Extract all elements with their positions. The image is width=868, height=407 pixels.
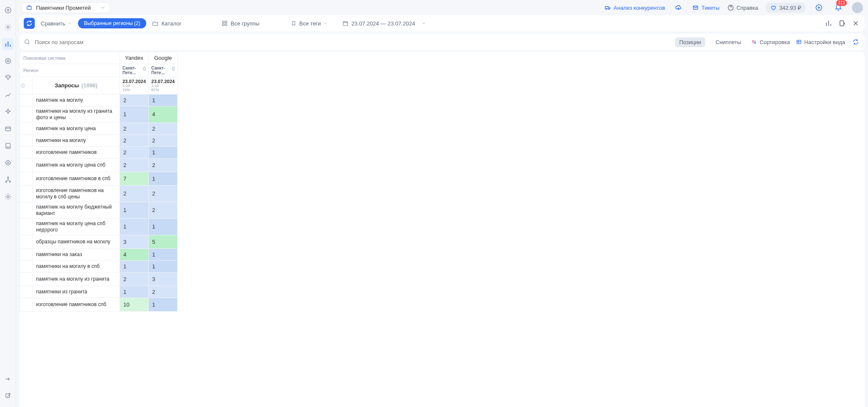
th-target[interactable] bbox=[20, 77, 33, 95]
sidebar-spark[interactable] bbox=[2, 106, 14, 118]
th-region-google: Санкт-Пете... bbox=[149, 64, 178, 77]
sidebar bbox=[0, 0, 16, 407]
sidebar-radar[interactable] bbox=[2, 21, 14, 33]
search-input[interactable] bbox=[35, 39, 671, 45]
table-row[interactable]: памятник на могилу бюджетный вариант12 bbox=[20, 202, 178, 218]
sidebar-book[interactable] bbox=[2, 140, 14, 152]
row-target bbox=[20, 202, 33, 218]
table-row[interactable]: изготовление памятников спб101 bbox=[20, 298, 178, 311]
sidebar-aim[interactable] bbox=[2, 157, 14, 169]
view-label: Настройки вида bbox=[804, 39, 845, 45]
table-icon bbox=[796, 39, 802, 45]
toolbar-chart-icon[interactable] bbox=[824, 19, 833, 28]
table-row[interactable]: памятники на могилу в спб11 bbox=[20, 260, 178, 272]
table-row[interactable]: памятники на заказ41 bbox=[20, 248, 178, 260]
sort-button[interactable]: Сортировка bbox=[751, 39, 790, 45]
sidebar-chart[interactable] bbox=[2, 89, 14, 101]
svg-rect-5 bbox=[6, 127, 11, 131]
grid-icon bbox=[221, 20, 228, 27]
toolbar-export-icon[interactable] bbox=[837, 19, 847, 28]
calendar-icon bbox=[342, 20, 349, 27]
cloud-button[interactable] bbox=[673, 2, 684, 14]
toolbar-tools-icon[interactable] bbox=[851, 19, 860, 28]
sidebar-positions[interactable] bbox=[2, 38, 14, 50]
table-row[interactable]: изготовление памятников21 bbox=[20, 146, 178, 158]
table-row[interactable]: памятник на могилу цена спб22 bbox=[20, 158, 178, 172]
view-settings-button[interactable]: Настройки вида bbox=[796, 39, 845, 45]
google-pos: 2 bbox=[149, 134, 178, 146]
query-cell: изготовление памятников в спб bbox=[33, 172, 120, 185]
groups-dropdown[interactable]: Все группы bbox=[221, 20, 259, 27]
topbar: Памятники Прометей Анализ конкурентов Ти… bbox=[16, 0, 868, 15]
yandex-pos: 10 bbox=[120, 298, 149, 311]
positions-chip[interactable]: Позиции bbox=[675, 37, 706, 47]
table-row[interactable]: памятники из гранита12 bbox=[20, 286, 178, 298]
compare-dropdown[interactable]: Сравнить bbox=[41, 20, 72, 27]
balance-chip[interactable]: 342.93 ₽ bbox=[766, 3, 805, 13]
mail-icon bbox=[692, 4, 699, 11]
table-row[interactable]: изготовление памятников в спб71 bbox=[20, 172, 178, 185]
regions-pill[interactable]: Выбранные регионы (2) bbox=[78, 18, 146, 28]
table-row[interactable]: памятник на могилу цена спб недорого11 bbox=[20, 218, 178, 235]
tags-dropdown[interactable]: Все теги bbox=[291, 20, 328, 27]
table-row[interactable]: памятник на могилу цена22 bbox=[20, 123, 178, 134]
query-cell: памятник на могилу цена спб недорого bbox=[33, 218, 120, 235]
th-google: Google bbox=[149, 52, 178, 64]
table-row[interactable]: памятники на могилу из гранита фото и це… bbox=[20, 106, 178, 123]
sidebar-target[interactable] bbox=[2, 55, 14, 67]
svg-point-8 bbox=[7, 162, 8, 164]
notifications-button[interactable]: 111 bbox=[832, 2, 844, 14]
refresh-view-icon[interactable] bbox=[851, 37, 860, 47]
date-range[interactable]: 23.07.2024 — 23.07.2024 bbox=[342, 20, 426, 27]
sidebar-external[interactable] bbox=[2, 390, 14, 402]
query-cell: памятники на могилу bbox=[33, 134, 120, 146]
help-link[interactable]: Справка bbox=[727, 4, 758, 11]
snippets-chip[interactable]: Сниппеты bbox=[711, 37, 745, 47]
tags-label: Все теги bbox=[299, 20, 321, 27]
google-pos: 2 bbox=[149, 123, 178, 134]
table-row[interactable]: образцы памятников на могилу35 bbox=[20, 235, 178, 248]
project-name: Памятники Прометей bbox=[36, 5, 91, 11]
catalog-link[interactable]: Каталог bbox=[152, 20, 181, 27]
query-cell: памятники на могилу в спб bbox=[33, 260, 120, 272]
sidebar-gear[interactable] bbox=[2, 191, 14, 203]
query-cell: памятники из гранита bbox=[33, 286, 120, 298]
yandex-pos: 1 bbox=[120, 260, 149, 272]
query-cell: памятник на могилу цена спб bbox=[33, 158, 120, 172]
sidebar-trophy[interactable] bbox=[2, 72, 14, 84]
google-pos: 1 bbox=[149, 146, 178, 158]
project-selector[interactable]: Памятники Прометей bbox=[21, 2, 110, 13]
tickets-link[interactable]: Тикеты bbox=[692, 4, 720, 11]
avatar[interactable] bbox=[852, 2, 863, 13]
tickets-label: Тикеты bbox=[701, 5, 720, 11]
google-pos: 5 bbox=[149, 235, 178, 248]
sidebar-logo[interactable] bbox=[2, 4, 14, 16]
competitors-link[interactable]: Анализ конкурентов bbox=[604, 4, 665, 11]
row-target bbox=[20, 94, 33, 106]
sidebar-tree[interactable] bbox=[2, 174, 14, 186]
refresh-button[interactable] bbox=[24, 18, 35, 29]
svg-point-11 bbox=[9, 181, 11, 182]
query-cell: памятники на заказ bbox=[33, 248, 120, 260]
table-row[interactable]: изготовление памятников на могилу в спб … bbox=[20, 185, 178, 202]
add-button[interactable] bbox=[813, 2, 825, 14]
yandex-pos: 3 bbox=[120, 235, 149, 248]
table-row[interactable]: памятник на могилу из гранита23 bbox=[20, 272, 178, 286]
row-target bbox=[20, 298, 33, 311]
sidebar-collapse[interactable] bbox=[2, 373, 14, 385]
yandex-pos: 2 bbox=[120, 94, 149, 106]
sidebar-panel[interactable] bbox=[2, 123, 14, 135]
help-label: Справка bbox=[737, 5, 758, 11]
table-row[interactable]: памятник на могилу21 bbox=[20, 94, 178, 106]
svg-point-1 bbox=[7, 9, 9, 11]
th-region-label: Регион bbox=[20, 64, 120, 77]
svg-point-3 bbox=[6, 59, 11, 64]
table-row[interactable]: памятники на могилу22 bbox=[20, 134, 178, 146]
row-target bbox=[20, 172, 33, 185]
svg-point-10 bbox=[6, 181, 7, 182]
help-icon bbox=[727, 4, 734, 11]
positions-table: Поисковая система Yandex Google Регион С… bbox=[19, 52, 865, 407]
groups-label: Все группы bbox=[231, 20, 259, 27]
folder-icon bbox=[152, 20, 159, 27]
yandex-pos: 1 bbox=[120, 286, 149, 298]
